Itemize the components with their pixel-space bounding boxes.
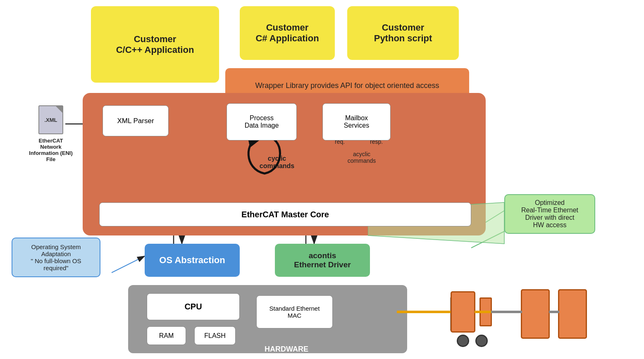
os-abstraction-label: OS Abstraction: [159, 255, 225, 266]
customer-cpp-box: CustomerC/C++ Application: [91, 6, 219, 83]
os-callout-label: Operating SystemAdaptation" No full-blow…: [31, 243, 81, 271]
ethernet-mac-label: Standard EthernetMAC: [270, 305, 320, 319]
customer-cpp-label: CustomerC/C++ Application: [116, 34, 194, 55]
xml-file-icon: .XML EtherCAT NetworkInformation (ENI)Fi…: [28, 105, 74, 162]
customer-csharp-box: CustomerC# Application: [240, 6, 335, 60]
flash-box: FLASH: [194, 326, 236, 345]
xml-parser-label: XML Parser: [117, 117, 154, 125]
ethernet-mac-box: Standard EthernetMAC: [256, 295, 333, 328]
cable-segment-3: [491, 311, 522, 313]
cyclic-commands-label: cycliccommands: [252, 155, 302, 170]
os-abstraction-box: OS Abstraction: [145, 244, 240, 277]
device-connector-2: [475, 335, 488, 347]
mailbox-services-box: MailboxServices: [322, 103, 391, 140]
ethernet-cable-line: [397, 311, 455, 313]
xml-parser-box: XML Parser: [103, 105, 169, 136]
ethercat-device-3: [521, 289, 550, 339]
ethercat-master-core-box: EtherCAT Master Core: [99, 202, 471, 226]
acontis-driver-label: acontisEthernet Driver: [294, 251, 351, 269]
xml-file-shape: .XML: [38, 105, 63, 134]
eni-file-label: EtherCAT NetworkInformation (ENI)File: [28, 138, 74, 162]
customer-python-box: CustomerPython script: [347, 6, 459, 60]
wrapper-library-label: Wrapper Library provides API for object …: [255, 81, 439, 90]
flash-label: FLASH: [204, 332, 226, 340]
ram-box: RAM: [147, 326, 186, 345]
customer-csharp-label: CustomerC# Application: [255, 22, 319, 44]
cable-segment-4: [549, 311, 559, 313]
rt-callout-box: OptimizedReal-Time EthernetDriver with d…: [504, 194, 595, 234]
process-data-image-box: ProcessData Image: [227, 103, 297, 140]
ram-label: RAM: [159, 332, 174, 340]
os-callout-box: Operating SystemAdaptation" No full-blow…: [12, 238, 100, 277]
hardware-label: HARDWARE: [265, 345, 308, 354]
cpu-box: CPU: [147, 293, 240, 320]
ethercat-master-core-label: EtherCAT Master Core: [241, 210, 329, 219]
rt-callout-label: OptimizedReal-Time EthernetDriver with d…: [521, 199, 578, 228]
customer-python-label: CustomerPython script: [374, 22, 432, 44]
ethercat-device-4: [558, 289, 587, 339]
device-connector-1: [457, 335, 469, 347]
svg-line-16: [112, 256, 145, 273]
acyclic-commands-label: acycliccommands: [339, 151, 384, 164]
xml-file-label: .XML: [44, 117, 57, 123]
ethercat-device-1: [451, 291, 475, 333]
process-data-image-label: ProcessData Image: [245, 114, 279, 129]
acontis-driver-box: acontisEthernet Driver: [275, 244, 370, 277]
mailbox-services-label: MailboxServices: [344, 114, 369, 129]
cpu-label: CPU: [184, 302, 202, 311]
